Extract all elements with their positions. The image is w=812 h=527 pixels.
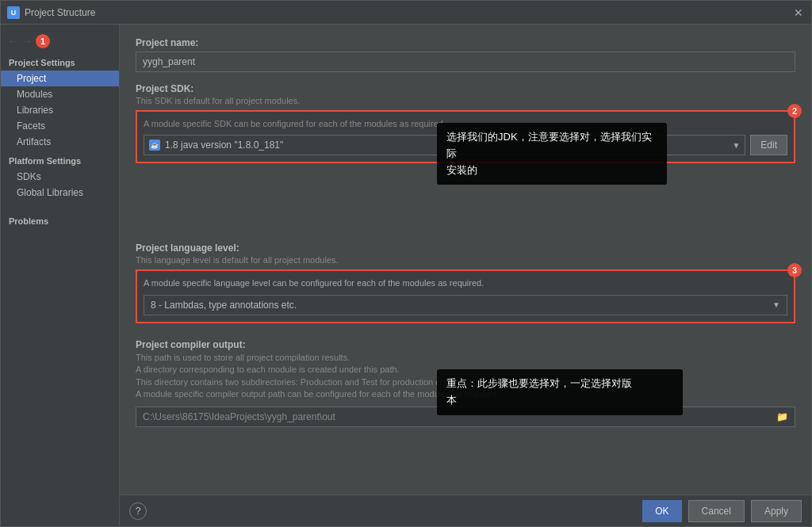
project-structure-window: U Project Structure ✕ ← → 1 Project Sett… [0, 0, 812, 527]
java-sdk-icon: ☕ [149, 139, 160, 151]
edit-sdk-button[interactable]: Edit [750, 135, 787, 155]
help-button[interactable]: ? [129, 502, 147, 520]
ok-button[interactable]: OK [642, 500, 681, 522]
forward-arrow[interactable]: → [21, 35, 33, 48]
lang-select[interactable]: 8 - Lambdas, type annotations etc. ▼ [144, 295, 787, 315]
lang-box: A module specific language level can be … [136, 269, 795, 323]
sidebar-item-global-libraries[interactable]: Global Libraries [1, 185, 119, 200]
step-badge-1: 1 [36, 34, 50, 48]
sidebar-item-project[interactable]: Project [1, 71, 119, 86]
lang-annotation: 重点：此步骤也要选择对，一定选择对版 本 [437, 369, 683, 415]
sdk-chevron-icon: ▼ [732, 141, 740, 150]
nav-back-row: ← → 1 [1, 31, 119, 52]
main-content: Project name: Project SDK: This SDK is d… [120, 25, 811, 495]
project-language-section: Project language level: This language le… [136, 242, 795, 323]
titlebar: U Project Structure ✕ [1, 1, 811, 25]
project-language-title: Project language level: [136, 242, 795, 254]
apply-button[interactable]: Apply [751, 500, 802, 522]
project-language-desc: This language level is default for all p… [136, 255, 795, 265]
app-icon: U [7, 6, 20, 19]
sdk-annotation: 选择我们的JDK，注意要选择对，选择我们实际 安装的 [437, 123, 667, 185]
back-arrow[interactable]: ← [7, 35, 18, 48]
lang-chevron-icon: ▼ [772, 300, 780, 309]
project-sdk-desc: This SDK is default for all project modu… [136, 96, 795, 105]
window-title: Project Structure [25, 7, 792, 18]
project-settings-header: Project Settings [1, 55, 119, 71]
compiler-output-title: Project compiler output: [136, 339, 795, 350]
sdk-select-text: ☕ 1.8 java version "1.8.0_181" [149, 139, 283, 151]
footer: ? OK Cancel Apply [120, 495, 811, 526]
footer-buttons: OK Cancel Apply [642, 500, 802, 522]
sidebar-item-libraries[interactable]: Libraries [1, 102, 119, 118]
sidebar-item-modules[interactable]: Modules [1, 86, 119, 102]
sidebar: ← → 1 Project Settings Project Modules L… [1, 25, 120, 526]
project-name-input[interactable] [136, 52, 795, 72]
step-badge-2: 2 [787, 104, 802, 118]
main-layout: ← → 1 Project Settings Project Modules L… [1, 25, 811, 526]
compiler-desc1: This path is used to store all project c… [136, 352, 795, 364]
step-badge-3: 3 [787, 263, 802, 277]
project-name-section: Project name: [136, 37, 795, 72]
sidebar-item-sdks[interactable]: SDKs [1, 169, 119, 185]
cancel-button[interactable]: Cancel [688, 500, 745, 522]
main-panel: Project name: Project SDK: This SDK is d… [120, 25, 811, 526]
lang-module-note: A module specific language level can be … [144, 277, 787, 289]
close-button[interactable]: ✕ [792, 6, 805, 19]
folder-icon: 📁 [776, 411, 788, 422]
platform-settings-header: Platform Settings [1, 150, 119, 169]
problems-header: Problems [1, 210, 119, 229]
sidebar-item-artifacts[interactable]: Artifacts [1, 134, 119, 150]
sidebar-item-facets[interactable]: Facets [1, 118, 119, 134]
project-sdk-title: Project SDK: [136, 83, 795, 94]
project-sdk-section: Project SDK: This SDK is default for all… [136, 83, 795, 163]
project-name-label: Project name: [136, 37, 795, 48]
